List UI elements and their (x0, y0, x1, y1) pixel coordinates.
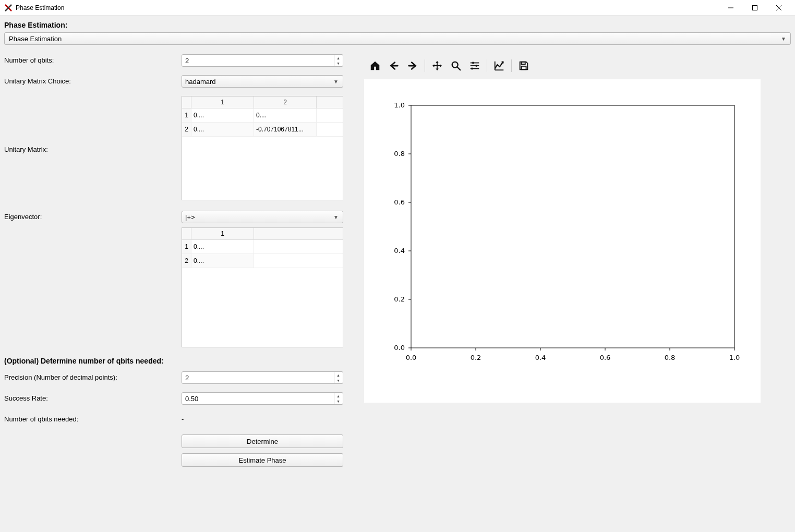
chevron-down-icon: ▼ (333, 214, 339, 220)
close-button[interactable] (767, 0, 791, 16)
spinner-up-icon[interactable]: ▲ (334, 372, 342, 378)
cell[interactable]: 0.... (254, 108, 317, 122)
svg-rect-13 (476, 65, 477, 67)
svg-text:0.0: 0.0 (406, 354, 417, 361)
y-axis-ticks: 0.0 0.2 0.4 0.6 0.8 1.0 (394, 101, 411, 352)
window-title: Phase Estimation (16, 4, 719, 11)
svg-text:0.8: 0.8 (665, 354, 676, 361)
svg-rect-11 (472, 62, 474, 64)
svg-text:0.6: 0.6 (600, 354, 611, 361)
svg-text:0.2: 0.2 (394, 295, 405, 303)
app-icon (4, 4, 13, 12)
unitary-choice-label: Unitary Matrix Choice: (4, 75, 182, 85)
row-header: 2 (182, 123, 191, 136)
eigenvector-dropdown[interactable]: |+> ▼ (182, 211, 343, 223)
num-qbits-input[interactable]: 2 ▲ ▼ (182, 54, 343, 67)
titlebar: Phase Estimation (0, 0, 795, 16)
success-rate-label: Success Rate: (4, 392, 182, 402)
home-icon[interactable] (366, 57, 384, 74)
row-header: 1 (182, 108, 191, 122)
svg-text:0.8: 0.8 (394, 150, 405, 158)
svg-text:0.6: 0.6 (394, 198, 405, 206)
cell[interactable]: -0.7071067811... (254, 123, 317, 136)
qbits-needed-value: - (182, 413, 348, 423)
back-icon[interactable] (385, 57, 403, 74)
svg-text:0.4: 0.4 (535, 354, 546, 361)
toolbar-separator (511, 59, 512, 72)
edit-axes-icon[interactable] (490, 57, 508, 74)
page-header: Phase Estimation: (4, 21, 791, 29)
configure-icon[interactable] (466, 57, 484, 74)
eigenvector-grid[interactable]: 1 1 0.... 2 0.... (182, 227, 343, 347)
num-qbits-label: Number of qbits: (4, 54, 182, 64)
spinner-up-icon[interactable]: ▲ (334, 393, 342, 398)
spinner-down-icon[interactable]: ▼ (334, 398, 342, 404)
save-icon[interactable] (515, 57, 533, 74)
toolbar-separator (487, 59, 487, 72)
pan-icon[interactable] (428, 57, 446, 74)
estimate-phase-button[interactable]: Estimate Phase (182, 453, 343, 467)
x-axis-ticks: 0.0 0.2 0.4 0.6 0.8 1.0 (406, 348, 740, 361)
spinner-down-icon[interactable]: ▼ (334, 61, 342, 66)
svg-text:0.4: 0.4 (394, 247, 405, 255)
svg-rect-20 (411, 105, 734, 348)
window-controls (719, 0, 791, 16)
minimize-button[interactable] (719, 0, 743, 16)
row-header: 1 (182, 240, 191, 253)
svg-text:0.2: 0.2 (471, 354, 481, 361)
svg-rect-19 (521, 66, 526, 69)
svg-rect-15 (472, 68, 473, 70)
chevron-down-icon: ▼ (781, 36, 786, 42)
col-header: 2 (254, 96, 317, 108)
precision-label: Precision (Number of decimal points): (4, 371, 182, 381)
unitary-matrix-label: Unitary Matrix: (4, 143, 182, 153)
content-area: Phase Estimation: Phase Estimation ▼ Num… (0, 16, 795, 532)
precision-input[interactable]: 2 ▲ ▼ (182, 371, 343, 384)
svg-text:0.0: 0.0 (394, 344, 405, 352)
left-panel: Number of qbits: 2 ▲ ▼ Unitary Matrix Ch… (4, 54, 348, 472)
col-header: 1 (191, 96, 254, 108)
col-header: 1 (191, 228, 254, 239)
maximize-button[interactable] (743, 0, 767, 16)
algorithm-dropdown-value: Phase Estimation (9, 35, 62, 43)
algorithm-dropdown[interactable]: Phase Estimation ▼ (4, 32, 791, 45)
spinner-down-icon[interactable]: ▼ (334, 378, 342, 383)
eigenvector-label: Eigenvector: (4, 211, 182, 221)
svg-rect-18 (521, 62, 525, 65)
right-panel: 0.0 0.2 0.4 0.6 0.8 1.0 (364, 54, 791, 472)
forward-icon[interactable] (404, 57, 421, 74)
cell[interactable]: 0.... (191, 254, 254, 268)
svg-rect-3 (753, 5, 757, 10)
plot-canvas[interactable]: 0.0 0.2 0.4 0.6 0.8 1.0 (364, 79, 761, 403)
success-rate-input[interactable]: 0.50 ▲ ▼ (182, 392, 343, 405)
svg-text:1.0: 1.0 (394, 101, 405, 109)
row-header: 2 (182, 254, 191, 268)
zoom-icon[interactable] (447, 57, 465, 74)
spinner-up-icon[interactable]: ▲ (334, 55, 342, 61)
unitary-choice-dropdown[interactable]: hadamard ▼ (182, 75, 343, 88)
determine-button[interactable]: Determine (182, 434, 343, 448)
qbits-needed-label: Number of qbits needed: (4, 413, 182, 423)
svg-line-9 (457, 67, 461, 70)
cell[interactable]: 0.... (191, 240, 254, 253)
cell[interactable]: 0.... (191, 123, 254, 136)
chevron-down-icon: ▼ (333, 79, 339, 84)
optional-section-label: (Optional) Determine number of qbits nee… (4, 357, 348, 365)
plot-toolbar (364, 54, 791, 77)
toolbar-separator (425, 59, 425, 72)
svg-text:1.0: 1.0 (729, 354, 740, 361)
cell[interactable]: 0.... (191, 108, 254, 122)
unitary-matrix-grid[interactable]: 1 2 1 0.... 0.... 2 0.... -0.7071067811.… (182, 96, 343, 200)
